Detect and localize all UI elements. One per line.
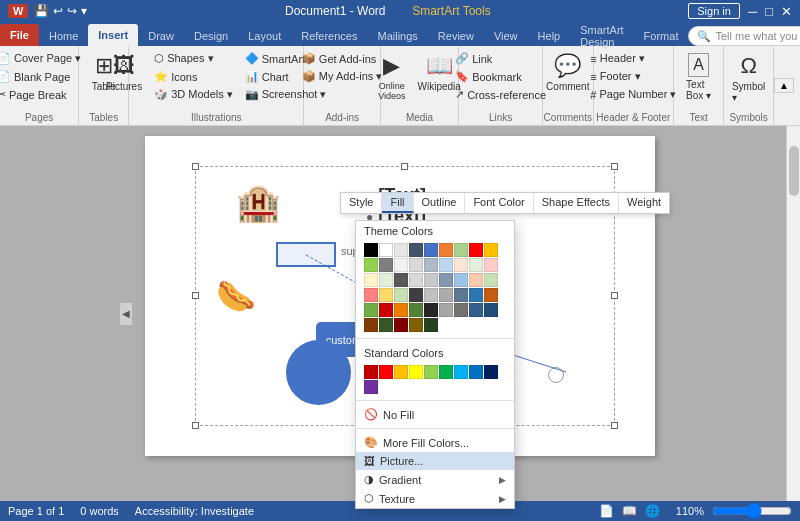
cover-page-btn[interactable]: 📄 Cover Page ▾ <box>0 50 86 67</box>
color-cell[interactable] <box>454 303 468 317</box>
std-color-cell[interactable] <box>469 365 483 379</box>
color-cell[interactable] <box>469 258 483 272</box>
tab-view[interactable]: View <box>484 26 528 46</box>
color-cell[interactable] <box>439 258 453 272</box>
color-cell[interactable] <box>424 258 438 272</box>
color-cell[interactable] <box>454 258 468 272</box>
std-color-cell[interactable] <box>364 380 378 394</box>
gradient-btn[interactable]: ◑ Gradient ▶ <box>356 470 514 489</box>
color-cell[interactable] <box>454 243 468 257</box>
tell-me-input[interactable]: 🔍 Tell me what you want to do <box>688 26 800 46</box>
shape-effects-btn[interactable]: Shape Effects <box>534 193 619 213</box>
accessibility-status[interactable]: Accessibility: Investigate <box>135 505 254 517</box>
picture-btn[interactable]: 🖼 Picture... <box>356 452 514 470</box>
color-cell[interactable] <box>379 288 393 302</box>
color-cell[interactable] <box>454 273 468 287</box>
shapes-btn[interactable]: ⬡ Shapes ▾ <box>149 50 238 67</box>
color-cell[interactable] <box>394 273 408 287</box>
handle-tl[interactable] <box>192 163 199 170</box>
style-btn[interactable]: Style <box>341 193 382 213</box>
color-cell[interactable] <box>484 243 498 257</box>
no-fill-btn[interactable]: 🚫 No Fill <box>356 405 514 424</box>
font-color-btn[interactable]: Font Color <box>465 193 533 213</box>
link-btn[interactable]: 🔗 Link <box>450 50 551 67</box>
std-color-cell[interactable] <box>484 365 498 379</box>
file-menu-icon[interactable]: W <box>8 4 28 18</box>
color-cell[interactable] <box>379 258 393 272</box>
color-cell[interactable] <box>484 303 498 317</box>
tab-mailings[interactable]: Mailings <box>367 26 427 46</box>
handle-br[interactable] <box>611 422 618 429</box>
std-color-cell[interactable] <box>364 365 378 379</box>
tab-file[interactable]: File <box>0 24 39 46</box>
color-cell[interactable] <box>379 243 393 257</box>
handle-tc[interactable] <box>401 163 408 170</box>
view-web-btn[interactable]: 🌐 <box>645 504 660 518</box>
minimize-btn[interactable]: ─ <box>748 4 757 19</box>
color-cell[interactable] <box>424 318 438 332</box>
3d-models-btn[interactable]: 🎲 3D Models ▾ <box>149 86 238 103</box>
blank-page-btn[interactable]: 📄 Blank Page <box>0 68 86 85</box>
std-color-cell[interactable] <box>409 365 423 379</box>
color-cell[interactable] <box>364 273 378 287</box>
tab-home[interactable]: Home <box>39 26 88 46</box>
color-cell[interactable] <box>364 303 378 317</box>
tab-review[interactable]: Review <box>428 26 484 46</box>
color-cell[interactable] <box>484 258 498 272</box>
online-videos-btn[interactable]: ▶ OnlineVideos <box>373 50 410 104</box>
color-cell[interactable] <box>394 303 408 317</box>
color-cell[interactable] <box>454 288 468 302</box>
tab-smartart-design[interactable]: SmartArt Design <box>570 26 633 46</box>
view-reading-btn[interactable]: 📖 <box>622 504 637 518</box>
texture-btn[interactable]: ⬡ Texture ▶ <box>356 489 514 508</box>
color-cell[interactable] <box>469 303 483 317</box>
maximize-btn[interactable]: □ <box>765 4 773 19</box>
scrollbar-thumb[interactable] <box>789 146 799 196</box>
blue-circle[interactable] <box>286 340 351 405</box>
selected-shape-box[interactable] <box>276 242 336 267</box>
undo-quick-btn[interactable]: ↩ <box>53 4 63 18</box>
color-cell[interactable] <box>484 288 498 302</box>
color-cell[interactable] <box>439 288 453 302</box>
color-cell[interactable] <box>484 273 498 287</box>
tab-references[interactable]: References <box>291 26 367 46</box>
std-color-cell[interactable] <box>454 365 468 379</box>
symbol-btn[interactable]: Ω Symbol ▾ <box>727 50 770 106</box>
more-fill-colors-btn[interactable]: 🎨 More Fill Colors... <box>356 433 514 452</box>
small-circle-3[interactable] <box>548 367 564 383</box>
header-btn[interactable]: ≡ Header ▾ <box>585 50 681 67</box>
color-cell[interactable] <box>394 258 408 272</box>
tab-design[interactable]: Design <box>184 26 238 46</box>
std-color-cell[interactable] <box>379 365 393 379</box>
color-cell[interactable] <box>409 303 423 317</box>
color-cell[interactable] <box>379 273 393 287</box>
color-cell[interactable] <box>424 303 438 317</box>
footer-btn[interactable]: ≡ Footer ▾ <box>585 68 681 85</box>
std-color-cell[interactable] <box>424 365 438 379</box>
icons-btn[interactable]: ⭐ Icons <box>149 68 238 85</box>
tab-help[interactable]: Help <box>528 26 571 46</box>
color-cell[interactable] <box>424 243 438 257</box>
save-quick-btn[interactable]: 💾 <box>34 4 49 18</box>
fill-btn[interactable]: Fill <box>382 193 413 213</box>
outline-btn[interactable]: Outline <box>414 193 466 213</box>
view-normal-btn[interactable]: 📄 <box>599 504 614 518</box>
close-btn[interactable]: ✕ <box>781 4 792 19</box>
color-cell[interactable] <box>379 318 393 332</box>
collapse-ribbon-btn[interactable]: ▲ <box>774 78 794 93</box>
color-cell[interactable] <box>364 258 378 272</box>
color-cell[interactable] <box>409 273 423 287</box>
color-cell[interactable] <box>439 273 453 287</box>
weight-btn[interactable]: Weight <box>619 193 669 213</box>
std-color-cell[interactable] <box>439 365 453 379</box>
color-cell[interactable] <box>409 243 423 257</box>
color-cell[interactable] <box>439 243 453 257</box>
text-box-btn[interactable]: A TextBox ▾ <box>681 50 717 104</box>
handle-tr[interactable] <box>611 163 618 170</box>
color-cell[interactable] <box>424 273 438 287</box>
page-number-btn[interactable]: # Page Number ▾ <box>585 86 681 103</box>
tab-insert[interactable]: Insert <box>88 24 138 46</box>
color-cell[interactable] <box>409 288 423 302</box>
color-cell[interactable] <box>364 318 378 332</box>
pictures-btn[interactable]: 🖼 Pictures <box>101 50 147 95</box>
